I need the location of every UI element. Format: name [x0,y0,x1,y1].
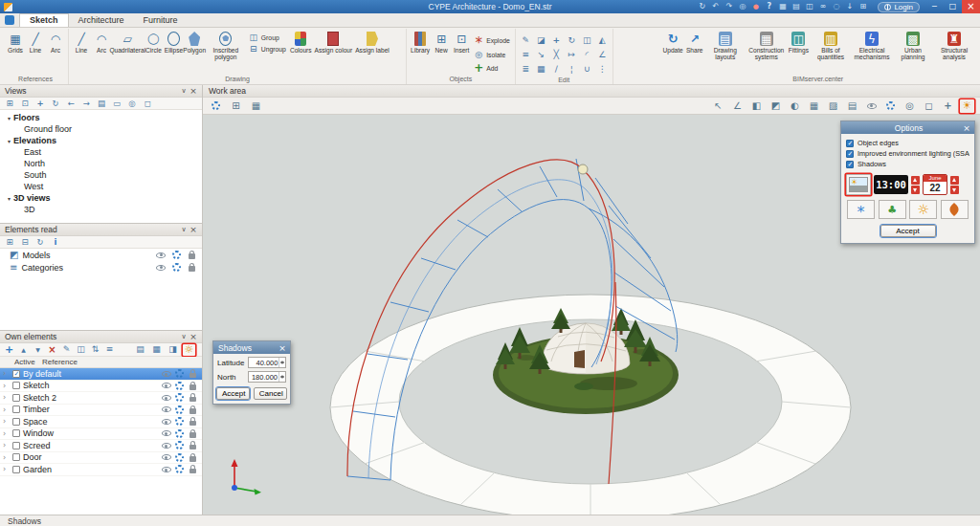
add-row-button[interactable]: + [3,344,15,356]
lock-button[interactable] [188,466,198,474]
row-chevron-icon[interactable]: › [3,453,10,462]
spin-down-icon[interactable] [911,186,920,194]
eye-button[interactable] [161,467,171,472]
down-button[interactable]: ▼ [32,344,44,356]
lock-button[interactable] [188,418,198,427]
cancel-button[interactable]: Cancel [254,387,287,400]
line-button[interactable]: ╱Line [72,30,91,75]
eye-button[interactable] [155,252,167,258]
tb-redo-button[interactable]: ↷ [724,1,734,12]
row-chevron-icon[interactable]: › [3,441,10,449]
spinner[interactable] [278,358,285,367]
edit-pencil-button[interactable]: ✎ [519,33,533,47]
gear-button[interactable] [174,453,185,462]
zoom-window-button[interactable]: ⊡ [19,99,31,109]
up-button[interactable]: ▲ [17,344,30,356]
own-element-row-by-default[interactable]: ›By default [0,368,202,381]
own-element-row-door[interactable]: ›Door [0,452,202,465]
option-shadows[interactable]: Shadows [846,159,969,169]
wa-gear-button[interactable] [883,99,898,113]
bills-of-quantities-button[interactable]: ▥Bills of quantities [811,30,851,75]
tab-furniture[interactable]: Furniture [134,14,188,27]
tb-sync-button[interactable]: ↻ [697,1,707,12]
win-max-button[interactable]: □ [944,0,962,13]
row-chevron-icon[interactable]: › [3,465,10,473]
gear-button[interactable] [170,251,182,259]
tb-dl-button[interactable]: ↓ [844,1,855,12]
tb-rec-button[interactable]: ● [750,1,761,12]
edit-measure-button[interactable]: ∠ [595,48,610,61]
monitor-v-button[interactable]: ◻ [142,99,153,109]
time-spinner[interactable] [911,176,920,194]
latitude-input[interactable]: 40.000 [248,357,286,368]
own-element-row-sketch-2[interactable]: ›Sketch 2 [0,392,202,405]
wa-frame-button[interactable]: ◻ [922,99,936,113]
chevron-down-icon[interactable] [179,86,189,97]
tree-item-3d[interactable]: 3D [0,204,202,215]
tb-cam-button[interactable]: ◎ [737,1,747,12]
edit-extend-button[interactable]: ↦ [565,48,579,61]
eye-button[interactable] [155,265,167,271]
light-button[interactable]: ☼ [183,344,195,356]
sun-position-node[interactable] [578,164,588,174]
checkbox[interactable] [846,140,854,147]
wa-layers-button[interactable]: ▤ [845,99,859,113]
gear-button[interactable] [174,393,185,402]
edit-trim-button[interactable]: ╳ [549,48,564,61]
tb-link-button[interactable]: ∞ [817,1,828,12]
tab-sketch[interactable]: Sketch [19,13,69,27]
eye-button[interactable] [161,419,171,425]
gear-button[interactable] [174,465,185,473]
win-min-button[interactable]: ─ [925,0,944,13]
spinner[interactable] [278,372,285,382]
eye-button[interactable] [161,371,171,377]
own-element-row-timber[interactable]: ›Timber [0,405,202,417]
win-close-button[interactable]: × [962,0,980,13]
tab-architecture[interactable]: Architecture [69,14,134,27]
line-button[interactable]: ╱Line [26,30,45,75]
print-v-button[interactable]: ▭ [111,99,122,109]
add-button[interactable]: +Add [474,62,510,74]
gear-button[interactable] [174,429,185,438]
wa-cube-button[interactable]: ◩ [768,99,783,113]
lock-button[interactable] [186,263,197,272]
tree-item-west[interactable]: West [0,181,202,192]
edit-props-button[interactable]: ⋮ [595,62,610,76]
eye-button[interactable] [161,406,171,412]
spring-button[interactable]: ♣ [879,200,906,219]
active-checkbox[interactable] [12,382,20,389]
close-icon[interactable] [962,122,971,133]
spin-up-icon[interactable] [911,176,920,185]
grids-button[interactable]: ▦Grids [6,30,25,75]
lock-button[interactable] [188,382,198,390]
new-button[interactable]: ⊞New [432,30,451,75]
wa-section-button[interactable]: ◧ [749,99,764,113]
tb-win-button[interactable]: ◫ [804,1,814,12]
option-improved-environment-lighting-ssao[interactable]: Improved environment lighting (SSAO) [846,148,969,159]
row-chevron-icon[interactable]: › [3,369,10,378]
checkbox[interactable] [846,161,854,168]
lock-button[interactable] [186,251,197,259]
tree-item-floors[interactable]: ▾Floors [0,112,202,123]
library-button[interactable]: Library [410,30,431,75]
eye-button[interactable] [161,454,171,460]
row-chevron-icon[interactable]: › [3,382,10,390]
autumn-button[interactable] [941,200,969,219]
construction-systems-button[interactable]: ▦Construction systems [746,30,787,75]
spin-up-icon[interactable] [950,176,959,185]
eye-button[interactable] [161,430,171,436]
ungroup-button[interactable]: ⊟Ungroup [249,45,286,54]
pan-button[interactable]: + [34,99,46,109]
sync-tree-button[interactable]: ↻ [34,237,46,248]
edit-join-button[interactable]: ∪ [580,62,594,76]
next-view-button[interactable]: → [80,99,92,109]
edit-row-button[interactable]: ✎ [60,344,73,356]
col-c-button[interactable]: ◨ [167,344,179,356]
chevron-down-icon[interactable] [179,225,189,235]
urban-planning-button[interactable]: ▩Urban planning [893,30,933,75]
edit-align-button[interactable]: ≣ [519,62,533,76]
lock-button[interactable] [188,394,198,403]
login-button[interactable]: Login [878,2,920,12]
sort-rows-button[interactable]: ⇅ [89,344,101,356]
eye-button[interactable] [161,443,171,449]
